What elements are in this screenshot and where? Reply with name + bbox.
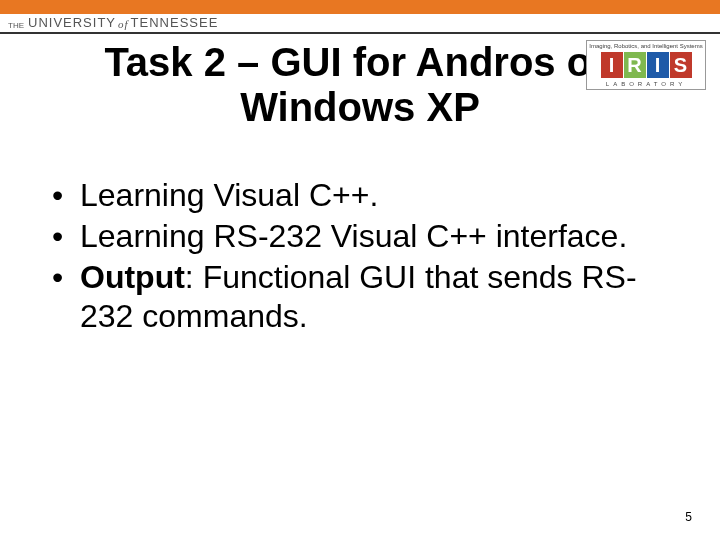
- bullet-item: • Learning RS-232 Visual C++ interface.: [52, 217, 670, 256]
- logo-top-text: Imaging, Robotics, and Intelligent Syste…: [587, 41, 705, 49]
- body-text: • Learning Visual C++. • Learning RS-232…: [0, 130, 720, 336]
- uni-of: of: [118, 18, 129, 30]
- university-bar: THE UNIVERSITY of TENNESSEE: [0, 14, 720, 34]
- bullet-dot-icon: •: [52, 258, 80, 336]
- bullet-text: Learning RS-232 Visual C++ interface.: [80, 217, 670, 256]
- bullet-dot-icon: •: [52, 217, 80, 256]
- logo-bottom-text: LABORATORY: [587, 81, 705, 89]
- uni-university: UNIVERSITY: [28, 15, 116, 30]
- uni-the: THE: [8, 21, 24, 30]
- logo-letter-i2: I: [647, 52, 669, 78]
- logo-letter-s: S: [670, 52, 692, 78]
- bullet-text: Learning Visual C++.: [80, 176, 670, 215]
- bullet-item: • Output: Functional GUI that sends RS-2…: [52, 258, 670, 336]
- uni-tennessee: TENNESSEE: [131, 15, 219, 30]
- bullet-item: • Learning Visual C++.: [52, 176, 670, 215]
- slide: THE UNIVERSITY of TENNESSEE Task 2 – GUI…: [0, 0, 720, 540]
- logo-letter-i1: I: [601, 52, 623, 78]
- bullet-prefix-bold: Output: [80, 259, 185, 295]
- logo-letter-r: R: [624, 52, 646, 78]
- bullet-dot-icon: •: [52, 176, 80, 215]
- title-region: Task 2 – GUI for Andros on Windows XP Im…: [0, 34, 720, 130]
- logo-letters: I R I S: [587, 49, 705, 81]
- iris-logo: Imaging, Robotics, and Intelligent Syste…: [586, 40, 706, 90]
- bullet-text: Output: Functional GUI that sends RS-232…: [80, 258, 670, 336]
- top-orange-bar: [0, 0, 720, 14]
- page-number: 5: [685, 510, 692, 524]
